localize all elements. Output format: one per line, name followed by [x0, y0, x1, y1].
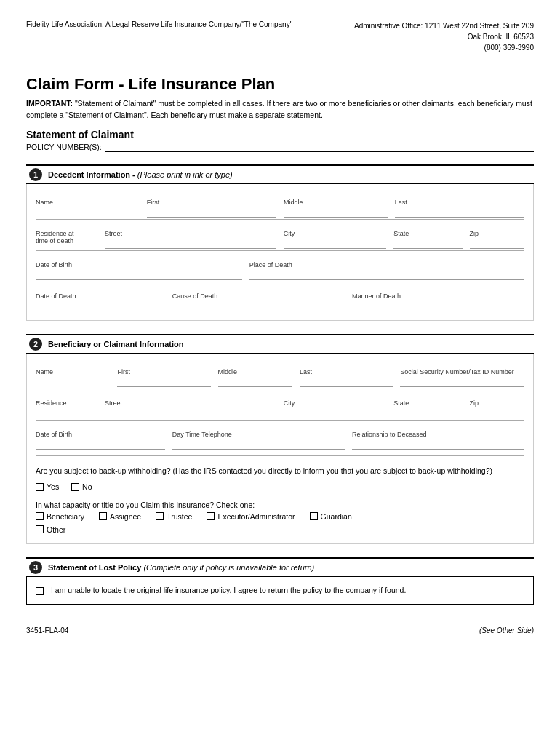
date-of-death-label: Date of Death	[36, 292, 165, 300]
claimant-zip-field[interactable]: Zip	[470, 399, 524, 418]
decedent-first-field[interactable]: First	[147, 199, 284, 218]
place-of-death-label: Place of Death	[249, 261, 524, 268]
important-label: IMPORTANT:	[26, 99, 73, 108]
section2-title: Beneficiary or Claimant Information	[48, 340, 183, 348]
assignee-checkbox[interactable]	[99, 512, 107, 520]
claimant-name-label-field: Name	[36, 368, 117, 387]
section3-number: 3	[29, 561, 42, 574]
section2: 2 Beneficiary or Claimant Information Na…	[26, 334, 534, 545]
trustee-option[interactable]: Trustee	[156, 512, 192, 521]
admin-city: Oak Brook, IL 60523	[468, 33, 534, 41]
cause-of-death-label: Cause of Death	[172, 292, 345, 300]
no-label: No	[82, 481, 92, 493]
yes-label: Yes	[47, 481, 59, 493]
page-footer: 3451-FLA-04 (See Other Side)	[26, 626, 534, 634]
claimant-ssn-field[interactable]: Social Security Number/Tax ID Number	[400, 368, 524, 387]
decedent-dob-row: Date of Birth Place of Death	[36, 251, 524, 282]
middle-label: Middle	[284, 199, 388, 206]
executor-label: Executor/Administrator	[217, 512, 295, 521]
no-checkbox-label[interactable]: No	[71, 481, 92, 493]
guardian-label: Guardian	[321, 512, 352, 521]
withholding-question: Are you subject to back-up withholding? …	[36, 465, 524, 477]
admin-phone: (800) 369-3990	[484, 44, 534, 52]
claimant-street-field[interactable]: Street	[105, 399, 284, 418]
manner-of-death-label: Manner of Death	[352, 292, 524, 300]
residence-label: Residence at time of death	[36, 230, 97, 244]
city-label: City	[284, 230, 387, 237]
claimant-dob-row: Date of Birth Day Time Telephone Relatio…	[36, 421, 524, 456]
statement-heading: Statement of Claimant	[26, 129, 534, 140]
page-header: Fidelity Life Association, A Legal Reser…	[26, 20, 534, 53]
admin-office: Administrative Office: 1211 West 22nd St…	[354, 20, 534, 53]
residence-state-field[interactable]: State	[393, 230, 469, 249]
other-label: Other	[47, 525, 65, 534]
residence-zip-field[interactable]: Zip	[470, 230, 524, 249]
lost-policy-checkbox[interactable]	[36, 587, 44, 595]
section3-title: Statement of Lost Policy (Complete only …	[48, 563, 314, 572]
yes-checkbox[interactable]	[36, 483, 44, 491]
decedent-death-row: Date of Death Cause of Death Manner of D…	[36, 282, 524, 313]
section1-number: 1	[29, 168, 42, 181]
lost-policy-section: I am unable to locate the original life …	[26, 577, 534, 605]
state-label: State	[393, 230, 462, 237]
claimant-relationship-field[interactable]: Relationship to Deceased	[352, 431, 524, 450]
claimant-residence-label: Residence	[36, 399, 105, 418]
withholding-section: Are you subject to back-up withholding? …	[36, 465, 524, 495]
see-other-side: (See Other Side)	[479, 626, 534, 634]
name-label: Name	[36, 199, 140, 206]
last-label: Last	[395, 199, 524, 206]
lost-policy-statement: I am unable to locate the original life …	[51, 586, 406, 594]
beneficiary-option[interactable]: Beneficiary	[36, 512, 84, 521]
important-note: IMPORTANT: "Statement of Claimant" must …	[26, 98, 534, 121]
trustee-checkbox[interactable]	[156, 512, 164, 520]
guardian-option[interactable]: Guardian	[310, 512, 352, 521]
important-text: "Statement of Claimant" must be complete…	[26, 99, 532, 119]
other-option[interactable]: Other	[36, 525, 65, 534]
date-of-death-field[interactable]: Date of Death	[36, 292, 172, 311]
section1: 1 Decedent Information - (Please print i…	[26, 164, 534, 321]
dob-label: Date of Birth	[36, 261, 242, 268]
claimant-first-field[interactable]: First	[117, 368, 217, 387]
beneficiary-label: Beneficiary	[47, 512, 84, 521]
residence-city-field[interactable]: City	[284, 230, 394, 249]
policy-number-field[interactable]	[105, 142, 534, 152]
claimant-dob-field[interactable]: Date of Birth	[36, 431, 172, 450]
claimant-last-field[interactable]: Last	[300, 368, 400, 387]
capacity-options-row: Beneficiary Assignee Trustee Executor/Ad…	[36, 512, 524, 521]
policy-number-label: POLICY NUMBER(S):	[26, 143, 102, 151]
company-name: Fidelity Life Association, A Legal Reser…	[26, 20, 292, 28]
executor-option[interactable]: Executor/Administrator	[207, 512, 295, 521]
manner-of-death-field[interactable]: Manner of Death	[352, 292, 524, 311]
first-label: First	[147, 199, 276, 206]
executor-checkbox[interactable]	[207, 512, 215, 520]
guardian-checkbox[interactable]	[310, 512, 318, 520]
section1-title: Decedent Information - (Please print in …	[48, 170, 233, 179]
first-input-line	[147, 207, 276, 218]
other-checkbox[interactable]	[36, 525, 44, 533]
withholding-options: Yes No	[36, 481, 524, 495]
claimant-middle-field[interactable]: Middle	[218, 368, 300, 387]
decedent-middle-field[interactable]: Middle	[284, 199, 395, 218]
zip-label: Zip	[470, 230, 524, 237]
claimant-city-field[interactable]: City	[284, 399, 394, 418]
claimant-phone-field[interactable]: Day Time Telephone	[172, 431, 352, 450]
trustee-label: Trustee	[167, 512, 192, 521]
place-of-death-field[interactable]: Place of Death	[249, 261, 524, 280]
capacity-question: In what capacity or title do you Claim t…	[36, 501, 524, 509]
claimant-name-row: Name First Middle Last Social Security N…	[36, 358, 524, 389]
decedent-last-field[interactable]: Last	[395, 199, 524, 218]
street-label: Street	[105, 230, 276, 237]
other-option-row: Other	[36, 525, 524, 535]
no-checkbox[interactable]	[71, 483, 79, 491]
yes-checkbox-label[interactable]: Yes	[36, 481, 59, 493]
admin-address: 1211 West 22nd Street, Suite 209	[425, 22, 534, 30]
section1-header: 1 Decedent Information - (Please print i…	[26, 164, 534, 184]
dob-field[interactable]: Date of Birth	[36, 261, 249, 280]
form-number: 3451-FLA-04	[26, 626, 68, 634]
claimant-state-field[interactable]: State	[393, 399, 469, 418]
cause-of-death-field[interactable]: Cause of Death	[172, 292, 352, 311]
last-input-line	[395, 207, 524, 218]
residence-street-field[interactable]: Street	[105, 230, 284, 249]
assignee-option[interactable]: Assignee	[99, 512, 141, 521]
beneficiary-checkbox[interactable]	[36, 512, 44, 520]
